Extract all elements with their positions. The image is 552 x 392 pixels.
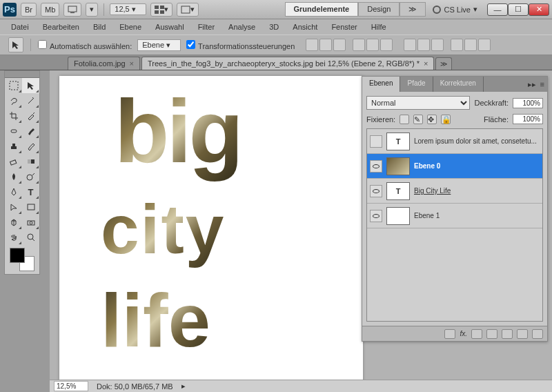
wand-tool[interactable] xyxy=(22,93,39,108)
bridge-button[interactable]: Br xyxy=(21,3,37,17)
align-icon[interactable] xyxy=(380,39,393,51)
lasso-tool[interactable] xyxy=(5,93,22,108)
workspace-more[interactable]: ≫ xyxy=(400,2,426,17)
distribute-icon[interactable] xyxy=(404,39,416,51)
panel-menu-icon[interactable]: ≡ xyxy=(540,80,544,88)
minibridge-button[interactable]: Mb xyxy=(41,3,59,17)
menu-bild[interactable]: Bild xyxy=(88,21,111,33)
menu-auswahl[interactable]: Auswahl xyxy=(150,21,190,33)
layer-list[interactable]: T Lorem ipsum dolor sit amet, consetetu.… xyxy=(366,128,543,322)
distribute-icon[interactable] xyxy=(464,39,477,51)
opacity-input[interactable] xyxy=(513,98,543,108)
path-select-tool[interactable] xyxy=(5,199,22,215)
layer-name[interactable]: Ebene 1 xyxy=(414,212,440,219)
adjustment-icon[interactable] xyxy=(486,329,497,339)
align-icon[interactable] xyxy=(319,39,332,51)
layer-name[interactable]: Ebene 0 xyxy=(414,162,440,170)
maximize-button[interactable]: ☐ xyxy=(508,3,529,16)
panel-tab-korrekturen[interactable]: Korrekturen xyxy=(433,77,484,92)
menu-fenster[interactable]: Fenster xyxy=(326,21,362,33)
new-layer-icon[interactable] xyxy=(517,329,528,339)
doc-tab-active[interactable]: Trees_in_the_fog3_by_archaeopteryx_stock… xyxy=(141,57,434,70)
menu-filter[interactable]: Filter xyxy=(193,21,220,33)
distribute-icon[interactable] xyxy=(431,39,444,51)
trash-icon[interactable] xyxy=(532,329,543,339)
viewmode-button[interactable] xyxy=(63,3,81,17)
layer-row[interactable]: T Big City Life xyxy=(367,179,542,204)
menu-analyse[interactable]: Analyse xyxy=(223,21,261,33)
layer-name[interactable]: Lorem ipsum dolor sit amet, consetetu... xyxy=(414,137,537,145)
color-swatches[interactable] xyxy=(10,248,34,271)
lock-pos-icon[interactable]: ✥ xyxy=(427,115,437,124)
visibility-toggle[interactable] xyxy=(370,185,382,197)
panel-tab-ebenen[interactable]: Ebenen xyxy=(362,77,400,92)
align-icon[interactable] xyxy=(353,39,365,51)
blur-tool[interactable] xyxy=(5,169,22,184)
stamp-tool[interactable] xyxy=(5,139,22,154)
close-icon[interactable]: × xyxy=(130,59,134,68)
close-icon[interactable]: × xyxy=(424,59,428,68)
fill-input[interactable] xyxy=(513,114,543,124)
menu-3d[interactable]: 3D xyxy=(264,21,284,33)
link-icon[interactable] xyxy=(444,329,455,339)
zoom-select[interactable]: 12,5 ▾ xyxy=(110,3,146,15)
visibility-toggle[interactable] xyxy=(370,160,382,173)
layer-row-selected[interactable]: Ebene 0 xyxy=(367,154,542,179)
menu-hilfe[interactable]: Hilfe xyxy=(366,21,392,33)
transform-controls-checkbox[interactable]: Transformationssteuerungen xyxy=(186,40,295,50)
hand-tool[interactable] xyxy=(5,230,22,245)
layer-row[interactable]: Ebene 1 xyxy=(367,204,542,228)
layer-thumb[interactable]: T xyxy=(386,182,410,200)
layer-thumb[interactable] xyxy=(386,207,410,225)
lock-pixels-icon[interactable]: ✎ xyxy=(413,115,423,124)
arrange-button[interactable]: ▾ xyxy=(150,3,172,17)
tabs-overflow[interactable]: ≫ xyxy=(435,57,452,70)
gradient-tool[interactable] xyxy=(22,154,39,169)
panel-tab-pfade[interactable]: Pfade xyxy=(400,77,433,92)
blend-mode-select[interactable]: Normal xyxy=(366,96,470,110)
workspace-tab-active[interactable]: Grundelemente xyxy=(285,2,359,17)
visibility-toggle[interactable] xyxy=(370,135,382,148)
history-brush-tool[interactable] xyxy=(22,139,39,154)
mask-icon[interactable] xyxy=(471,329,482,339)
fg-color[interactable] xyxy=(10,248,25,263)
distribute-icon[interactable] xyxy=(478,39,491,51)
heal-tool[interactable] xyxy=(5,124,22,139)
lock-trans-icon[interactable] xyxy=(400,115,409,124)
doc-tab[interactable]: Fotolia.com.jpg× xyxy=(68,57,140,70)
distribute-icon[interactable] xyxy=(451,39,463,51)
distribute-icon[interactable] xyxy=(417,39,430,51)
menu-ebene[interactable]: Ebene xyxy=(114,21,147,33)
type-tool[interactable]: T xyxy=(22,184,39,199)
align-icon[interactable] xyxy=(333,39,346,51)
panel-collapse-icon[interactable]: ▸▸ xyxy=(528,80,536,89)
screenmode-button[interactable]: ▾ xyxy=(177,3,199,17)
visibility-toggle[interactable] xyxy=(370,210,382,222)
cs-live[interactable]: CS Live ▾ xyxy=(433,5,477,14)
align-icon[interactable] xyxy=(366,39,379,51)
menu-bearbeiten[interactable]: Bearbeiten xyxy=(37,21,85,33)
layer-thumb[interactable] xyxy=(386,157,410,175)
move-tool[interactable] xyxy=(22,78,39,93)
auto-select-checkbox[interactable]: Automatisch auswählen: xyxy=(38,40,132,50)
crop-tool[interactable] xyxy=(5,108,22,124)
layer-thumb[interactable]: T xyxy=(386,133,410,150)
workspace-tab-design[interactable]: Design xyxy=(358,2,400,17)
toolbox-grip[interactable] xyxy=(5,71,39,78)
marquee-tool[interactable] xyxy=(5,78,22,93)
zoom-input[interactable] xyxy=(54,381,88,391)
align-icon[interactable] xyxy=(306,39,318,51)
close-button[interactable]: ✕ xyxy=(529,3,549,16)
fx-icon[interactable]: fx. xyxy=(460,330,467,337)
extras-button[interactable]: ▾ xyxy=(86,3,98,17)
layer-row[interactable]: T Lorem ipsum dolor sit amet, consetetu.… xyxy=(367,129,542,154)
3d-tool[interactable] xyxy=(5,215,22,230)
pen-tool[interactable] xyxy=(5,184,22,199)
minimize-button[interactable]: — xyxy=(487,3,508,16)
auto-select-target[interactable]: Ebene ▾ xyxy=(137,39,181,51)
menu-ansicht[interactable]: Ansicht xyxy=(287,21,323,33)
brush-tool[interactable] xyxy=(22,124,39,139)
status-arrow-icon[interactable]: ▸ xyxy=(181,382,186,391)
menu-datei[interactable]: Datei xyxy=(6,21,34,33)
eyedropper-tool[interactable] xyxy=(22,108,39,124)
